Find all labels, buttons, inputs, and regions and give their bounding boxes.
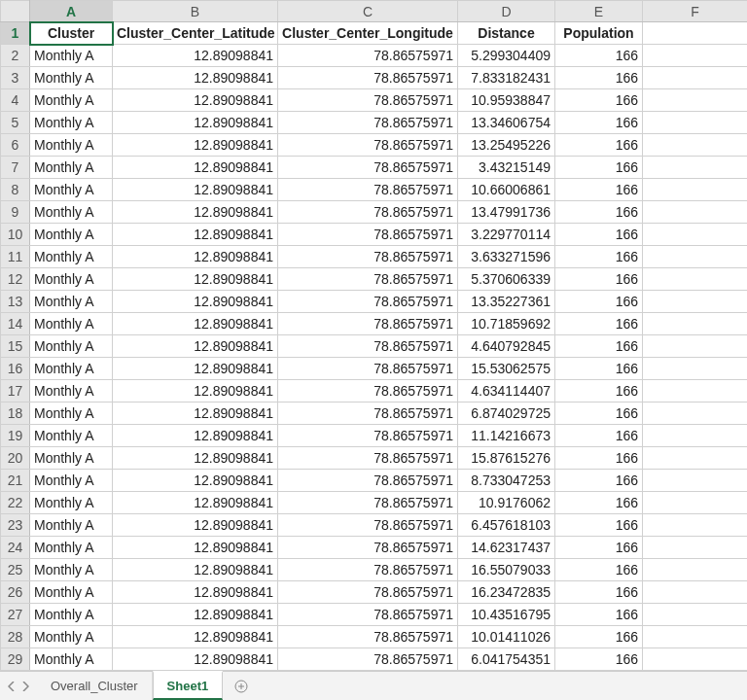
cell[interactable]: 11.14216673 — [458, 425, 555, 447]
cell[interactable]: 166 — [555, 67, 643, 89]
cell[interactable]: Population — [555, 22, 643, 45]
cell[interactable]: Monthly A — [30, 201, 113, 224]
cell[interactable]: 78.86575971 — [278, 402, 458, 425]
cell[interactable]: 166 — [555, 89, 643, 112]
column-header-E[interactable]: E — [555, 1, 643, 22]
cell[interactable] — [643, 581, 748, 604]
cell[interactable]: Monthly A — [30, 224, 113, 246]
cell[interactable]: 12.89098841 — [113, 246, 278, 268]
row-header[interactable]: 3 — [1, 67, 30, 89]
cell[interactable] — [643, 134, 748, 157]
cell[interactable]: 12.89098841 — [113, 537, 278, 559]
cell[interactable]: Monthly A — [30, 268, 113, 291]
row-header[interactable]: 25 — [1, 559, 30, 581]
cell[interactable]: 13.35227361 — [458, 291, 555, 313]
cell[interactable]: 12.89098841 — [113, 447, 278, 470]
cell[interactable]: 12.89098841 — [113, 134, 278, 157]
cell[interactable]: 12.89098841 — [113, 313, 278, 335]
row-header[interactable]: 5 — [1, 112, 30, 134]
cell[interactable] — [643, 22, 748, 45]
cell[interactable]: 78.86575971 — [278, 604, 458, 626]
cell[interactable]: 166 — [555, 313, 643, 335]
active-cell[interactable]: Cluster — [30, 22, 113, 45]
cell[interactable]: 166 — [555, 358, 643, 380]
select-all-corner[interactable] — [1, 1, 30, 22]
cell[interactable]: 12.89098841 — [113, 67, 278, 89]
cell[interactable]: 12.89098841 — [113, 425, 278, 447]
cell[interactable]: 12.89098841 — [113, 335, 278, 358]
cell[interactable] — [643, 380, 748, 402]
column-header-D[interactable]: D — [458, 1, 555, 22]
cell[interactable]: 5.370606339 — [458, 268, 555, 291]
cell[interactable]: 166 — [555, 648, 643, 671]
cell[interactable]: 15.87615276 — [458, 447, 555, 470]
cell[interactable]: 12.89098841 — [113, 626, 278, 648]
cell[interactable]: Monthly A — [30, 447, 113, 470]
row-header[interactable]: 27 — [1, 604, 30, 626]
cell[interactable] — [643, 447, 748, 470]
row-header[interactable]: 1 — [1, 22, 30, 45]
cell[interactable]: 12.89098841 — [113, 604, 278, 626]
cell[interactable]: 10.66006861 — [458, 179, 555, 201]
cell[interactable]: 166 — [555, 224, 643, 246]
cell[interactable]: 12.89098841 — [113, 380, 278, 402]
cell[interactable]: 166 — [555, 134, 643, 157]
cell[interactable]: 13.25495226 — [458, 134, 555, 157]
cell[interactable]: 166 — [555, 447, 643, 470]
cell[interactable]: 166 — [555, 157, 643, 179]
cell[interactable] — [643, 402, 748, 425]
cell[interactable]: 12.89098841 — [113, 112, 278, 134]
cell[interactable]: 166 — [555, 201, 643, 224]
cell[interactable]: 166 — [555, 604, 643, 626]
cell[interactable]: 166 — [555, 291, 643, 313]
cell[interactable]: 166 — [555, 112, 643, 134]
cell[interactable]: Monthly A — [30, 291, 113, 313]
cell[interactable]: Monthly A — [30, 89, 113, 112]
cell[interactable]: 78.86575971 — [278, 313, 458, 335]
row-header[interactable]: 26 — [1, 581, 30, 604]
cell[interactable]: 10.71859692 — [458, 313, 555, 335]
row-header[interactable]: 7 — [1, 157, 30, 179]
cell[interactable]: Monthly A — [30, 380, 113, 402]
cell[interactable]: Monthly A — [30, 246, 113, 268]
cell[interactable]: Monthly A — [30, 67, 113, 89]
cell[interactable]: 12.89098841 — [113, 402, 278, 425]
row-header[interactable]: 10 — [1, 224, 30, 246]
row-header[interactable]: 13 — [1, 291, 30, 313]
row-header[interactable]: 24 — [1, 537, 30, 559]
cell[interactable]: Monthly A — [30, 134, 113, 157]
tab-nav-buttons[interactable] — [0, 672, 37, 700]
row-header[interactable]: 9 — [1, 201, 30, 224]
cell[interactable]: Monthly A — [30, 112, 113, 134]
column-header-A[interactable]: A — [30, 1, 113, 22]
row-header[interactable]: 23 — [1, 514, 30, 537]
row-header[interactable]: 14 — [1, 313, 30, 335]
row-header[interactable]: 6 — [1, 134, 30, 157]
cell[interactable]: Monthly A — [30, 537, 113, 559]
cell[interactable] — [643, 559, 748, 581]
cell[interactable]: 6.457618103 — [458, 514, 555, 537]
cell[interactable]: Monthly A — [30, 604, 113, 626]
cell[interactable]: 12.89098841 — [113, 291, 278, 313]
row-header[interactable]: 19 — [1, 425, 30, 447]
cell[interactable]: 12.89098841 — [113, 157, 278, 179]
cell[interactable]: 166 — [555, 581, 643, 604]
cell[interactable]: 12.89098841 — [113, 581, 278, 604]
spreadsheet-grid[interactable]: A B C D E F 1ClusterCluster_Center_Latit… — [0, 0, 747, 671]
cell[interactable]: 78.86575971 — [278, 470, 458, 492]
cell[interactable]: 78.86575971 — [278, 67, 458, 89]
cell[interactable]: 4.640792845 — [458, 335, 555, 358]
row-header[interactable]: 8 — [1, 179, 30, 201]
cell[interactable]: 8.733047253 — [458, 470, 555, 492]
cell[interactable]: Monthly A — [30, 559, 113, 581]
cell[interactable]: 166 — [555, 559, 643, 581]
cell[interactable]: 6.041754351 — [458, 648, 555, 671]
sheet-tab-overall-cluster[interactable]: Overall_Cluster — [37, 672, 153, 700]
cell[interactable]: 166 — [555, 514, 643, 537]
cell[interactable] — [643, 358, 748, 380]
cell[interactable]: 16.23472835 — [458, 581, 555, 604]
cell[interactable]: Monthly A — [30, 335, 113, 358]
cell[interactable] — [643, 157, 748, 179]
cell[interactable]: 78.86575971 — [278, 380, 458, 402]
cell[interactable]: 12.89098841 — [113, 224, 278, 246]
